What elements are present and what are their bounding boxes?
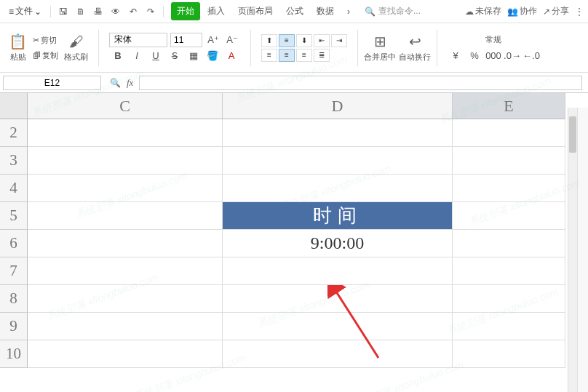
thousand-sep-button[interactable]: 000 [485, 48, 501, 63]
select-all-corner[interactable] [0, 93, 28, 119]
fx-icon[interactable]: fx [127, 77, 133, 89]
redo-icon[interactable]: ↷ [143, 4, 159, 20]
border-button[interactable]: ▦ [186, 49, 202, 63]
cell-C9[interactable] [28, 313, 223, 340]
auto-wrap-button[interactable]: ↩ 自动换行 [399, 33, 431, 63]
row-header-10[interactable]: 10 [0, 340, 28, 368]
save-as-icon[interactable]: 🗎 [73, 4, 89, 20]
cell-C6[interactable] [28, 230, 223, 257]
row-header-4[interactable]: 4 [0, 175, 28, 202]
col-header-C[interactable]: C [28, 93, 223, 119]
currency-button[interactable]: ¥ [448, 48, 464, 63]
save-icon[interactable]: 🖫 [55, 4, 71, 20]
align-left-button[interactable]: ≡ [261, 49, 277, 62]
cell-E6[interactable] [453, 230, 565, 257]
italic-button[interactable]: I [129, 49, 145, 63]
cell-D7[interactable] [223, 257, 453, 285]
name-box[interactable] [3, 76, 101, 90]
row-header-2[interactable]: 2 [0, 119, 28, 147]
scrollbar-thumb[interactable] [569, 116, 576, 153]
cell-D10[interactable] [223, 340, 453, 368]
cell-C10[interactable] [28, 340, 223, 368]
format-painter-button[interactable]: 🖌 格式刷 [64, 33, 88, 63]
decrease-font-button[interactable]: A⁻ [224, 33, 240, 47]
row-header-9[interactable]: 9 [0, 313, 28, 340]
cut-label: 剪切 [41, 35, 57, 46]
cut-button[interactable]: ✂剪切 [30, 33, 61, 47]
increase-font-button[interactable]: A⁺ [205, 33, 221, 47]
cell-E5[interactable] [453, 202, 565, 230]
cell-D3[interactable] [223, 147, 453, 175]
align-bottom-button[interactable]: ⬇ [296, 34, 312, 47]
row-header-5[interactable]: 5 [0, 202, 28, 230]
cell-D8[interactable] [223, 285, 453, 313]
paste-button[interactable]: 📋 粘贴 [9, 33, 27, 63]
cut-icon: ✂ [33, 36, 39, 45]
tab-insert[interactable]: 插入 [202, 2, 231, 20]
cell-D9[interactable] [223, 313, 453, 340]
undo-icon[interactable]: ↶ [125, 4, 141, 20]
cell-C4[interactable] [28, 175, 223, 202]
tab-more[interactable]: › [341, 4, 356, 20]
formula-input[interactable] [139, 76, 582, 90]
print-preview-icon[interactable]: 👁 [108, 4, 124, 20]
strikethrough-button[interactable]: S̶ [167, 49, 183, 63]
unsaved-indicator[interactable]: ☁未保存 [465, 5, 501, 17]
number-format-select[interactable]: 常规 [482, 33, 504, 47]
share-button[interactable]: ↗分享 [543, 5, 569, 17]
align-top-button[interactable]: ⬆ [261, 34, 277, 47]
font-size-select[interactable] [170, 33, 202, 47]
cell-E9[interactable] [453, 313, 565, 340]
copy-button[interactable]: 🗐复制 [30, 49, 61, 63]
menu-bar: ≡ 文件 ⌄ 🖫 🗎 🖶 👁 ↶ ↷ 开始 插入 页面布局 公式 数据 › 🔍 … [0, 0, 588, 23]
tab-formula[interactable]: 公式 [280, 2, 309, 20]
row-4: 4 [0, 175, 588, 202]
cell-E3[interactable] [453, 147, 565, 175]
more-menu[interactable]: ⋮ [575, 7, 584, 17]
align-middle-button[interactable]: ≡ [279, 34, 295, 47]
tab-page-layout[interactable]: 页面布局 [232, 2, 279, 20]
cell-D4[interactable] [223, 175, 453, 202]
cell-C3[interactable] [28, 147, 223, 175]
increase-decimal-button[interactable]: .0→ [504, 48, 520, 63]
col-header-D[interactable]: D [223, 93, 453, 119]
row-header-3[interactable]: 3 [0, 147, 28, 175]
row-header-6[interactable]: 6 [0, 230, 28, 257]
indent-increase-button[interactable]: ⇥ [331, 34, 347, 47]
tab-start[interactable]: 开始 [171, 2, 200, 20]
cell-E8[interactable] [453, 285, 565, 313]
command-search[interactable]: 🔍 查找命令... [365, 5, 421, 17]
merge-center-button[interactable]: ⊞ 合并居中 [364, 33, 396, 63]
cell-C2[interactable] [28, 119, 223, 147]
cell-C7[interactable] [28, 257, 223, 285]
indent-decrease-button[interactable]: ⇤ [314, 34, 330, 47]
cell-E2[interactable] [453, 119, 565, 147]
bold-button[interactable]: B [110, 49, 126, 63]
percent-button[interactable]: % [466, 48, 482, 63]
tab-data[interactable]: 数据 [311, 2, 340, 20]
cell-C8[interactable] [28, 285, 223, 313]
collab-button[interactable]: 👥协作 [507, 5, 537, 17]
cell-C5[interactable] [28, 202, 223, 230]
vertical-scrollbar[interactable] [568, 108, 577, 392]
align-center-button[interactable]: ≡ [279, 49, 295, 62]
underline-button[interactable]: U [148, 49, 164, 63]
file-menu[interactable]: ≡ 文件 ⌄ [4, 3, 46, 20]
cell-D5[interactable]: 时间 [223, 202, 453, 230]
align-justify-button[interactable]: ≣ [314, 49, 330, 62]
font-name-select[interactable] [109, 33, 167, 47]
cell-D6[interactable]: 9:00:00 [223, 230, 453, 257]
row-header-7[interactable]: 7 [0, 257, 28, 285]
fill-color-button[interactable]: 🪣 [204, 49, 220, 63]
align-right-button[interactable]: ≡ [296, 49, 312, 62]
cell-E10[interactable] [453, 340, 565, 368]
print-icon[interactable]: 🖶 [90, 4, 106, 20]
cell-E4[interactable] [453, 175, 565, 202]
cell-D2[interactable] [223, 119, 453, 147]
decrease-decimal-button[interactable]: ←.0 [523, 48, 539, 63]
font-color-button[interactable]: A [223, 49, 239, 63]
row-header-8[interactable]: 8 [0, 285, 28, 313]
cell-E7[interactable] [453, 257, 565, 285]
col-header-E[interactable]: E [453, 93, 565, 119]
search-icon[interactable]: 🔍 [110, 78, 121, 88]
